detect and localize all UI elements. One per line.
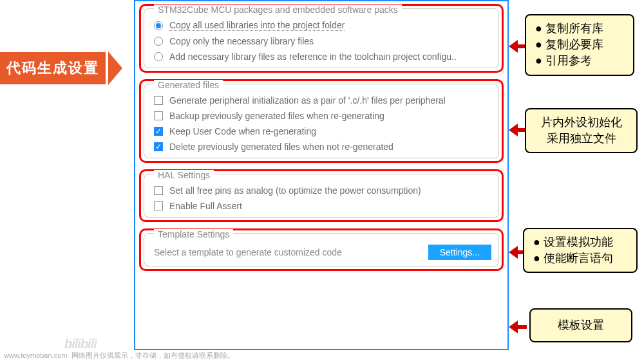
checkbox-label: Delete previously generated files when n… — [169, 142, 393, 152]
callout-template: 模板设置 — [529, 308, 632, 342]
radio-label: Add necessary library files as reference… — [169, 51, 457, 62]
template-settings-group: Template Settings Select a template to g… — [139, 228, 504, 271]
checkbox-label: Backup previously generated files when r… — [169, 111, 384, 121]
callout-hal: 设置模拟功能 使能断言语句 — [523, 228, 638, 273]
checkbox-icon — [154, 186, 163, 195]
annotation-arrow-icon — [509, 40, 527, 53]
chevron-right-icon — [108, 51, 122, 85]
radio-label: Copy all used libraries into the project… — [169, 20, 345, 31]
radio-icon — [154, 52, 163, 61]
radio-copy-necessary[interactable]: Copy only the necessary library files — [149, 33, 494, 49]
checkbox-label: Keep User Code when re-generating — [169, 126, 316, 136]
checkbox-icon — [154, 201, 163, 210]
callout-line: 片内外设初始化 — [535, 115, 627, 131]
callout-item: 复制所有库 — [535, 21, 624, 37]
radio-add-reference[interactable]: Add necessary library files as reference… — [149, 49, 494, 64]
radio-copy-all[interactable]: Copy all used libraries into the project… — [149, 17, 494, 33]
radio-icon — [154, 21, 163, 30]
annotation-arrow-icon — [509, 321, 527, 333]
code-generation-panel: STM32Cube MCU packages and embedded soft… — [134, 0, 509, 350]
check-delete-old[interactable]: ✓ Delete previously generated files when… — [149, 139, 494, 154]
checkbox-icon: ✓ — [154, 142, 163, 151]
callout-packages: 复制所有库 复制必要库 引用参考 — [525, 14, 634, 76]
callout-item: 使能断言语句 — [533, 250, 627, 266]
template-text: Select a template to generate customized… — [154, 247, 342, 257]
group-legend: Template Settings — [154, 229, 233, 239]
group-legend: Generated files — [154, 80, 223, 90]
section-title: 代码生成设置 — [0, 52, 106, 84]
callout-line: 采用独立文件 — [535, 131, 627, 147]
checkbox-icon: ✓ — [154, 127, 163, 136]
callout-generated-files: 片内外设初始化 采用独立文件 — [525, 108, 638, 153]
hal-settings-group: HAL Settings Set all free pins as analog… — [139, 169, 504, 222]
section-title-banner: 代码生成设置 — [0, 51, 122, 85]
radio-icon — [154, 37, 163, 46]
annotation-arrow-icon — [509, 124, 527, 136]
mcu-packages-group: STM32Cube MCU packages and embedded soft… — [139, 4, 504, 73]
group-legend: STM32Cube MCU packages and embedded soft… — [154, 5, 402, 15]
checkbox-label: Generate peripheral initialization as a … — [169, 95, 446, 106]
checkbox-label: Enable Full Assert — [169, 201, 242, 211]
radio-label: Copy only the necessary library files — [169, 36, 314, 46]
callout-text: 模板设置 — [558, 319, 604, 331]
checkbox-icon — [154, 111, 163, 120]
callout-item: 复制必要库 — [535, 37, 624, 53]
watermark-logo: bilibili — [64, 337, 97, 351]
watermark-text: www.toymoban.com 网络图片仅供展示，非存储，如有侵权请联系删除。 — [4, 351, 234, 360]
callout-item: 设置模拟功能 — [533, 234, 627, 250]
checkbox-label: Set all free pins as analog (to optimize… — [169, 185, 421, 196]
checkbox-icon — [154, 96, 163, 105]
group-legend: HAL Settings — [154, 170, 214, 180]
check-backup[interactable]: Backup previously generated files when r… — [149, 108, 494, 124]
generated-files-group: Generated files Generate peripheral init… — [139, 79, 504, 163]
check-full-assert[interactable]: Enable Full Assert — [149, 198, 494, 214]
settings-button[interactable]: Settings... — [428, 245, 491, 260]
check-analog-pins[interactable]: Set all free pins as analog (to optimize… — [149, 183, 494, 198]
check-pair-files[interactable]: Generate peripheral initialization as a … — [149, 93, 494, 108]
callout-item: 引用参考 — [535, 53, 624, 69]
check-keep-user-code[interactable]: ✓ Keep User Code when re-generating — [149, 124, 494, 139]
